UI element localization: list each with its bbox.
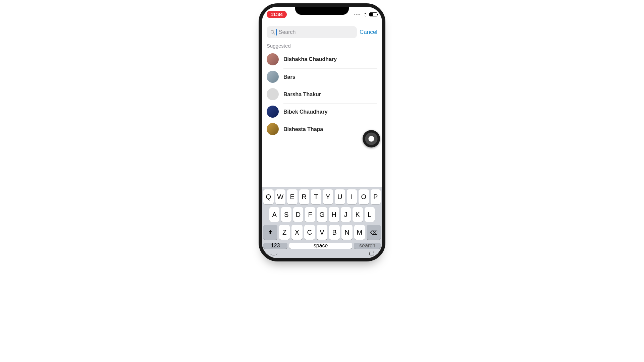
search-action-key[interactable]: search: [354, 243, 381, 249]
search-icon: [270, 29, 275, 35]
contact-name: Bishakha Chaudhary: [283, 51, 377, 68]
backspace-icon: [370, 230, 377, 235]
key-x[interactable]: X: [291, 225, 302, 240]
key-t[interactable]: T: [311, 189, 321, 204]
phone-frame: 11:34 Cancel Suggested Bishakha Chaudhar…: [259, 3, 385, 261]
key-d[interactable]: D: [293, 207, 303, 222]
key-u[interactable]: U: [335, 189, 345, 204]
dictation-icon[interactable]: [369, 251, 374, 255]
battery-icon: [369, 12, 377, 16]
key-c[interactable]: C: [304, 225, 315, 240]
shift-icon: [267, 229, 273, 235]
key-r[interactable]: R: [299, 189, 310, 204]
delete-key[interactable]: [367, 225, 381, 240]
contact-list: Bishakha ChaudharyBarsBarsha ThakurBibek…: [262, 51, 382, 138]
suggested-header: Suggested: [262, 41, 382, 51]
key-w[interactable]: W: [275, 189, 286, 204]
contact-row[interactable]: Bibek Chaudhary: [262, 103, 382, 120]
cancel-button[interactable]: Cancel: [360, 29, 377, 36]
keyboard: QWERTYUIOP ASDFGHJKL ZXCVBNM 123 space s…: [262, 187, 382, 258]
emoji-key-icon[interactable]: [270, 251, 277, 255]
key-e[interactable]: E: [287, 189, 298, 204]
key-v[interactable]: V: [317, 225, 327, 240]
contact-name: Barsha Thakur: [283, 86, 377, 103]
contact-row[interactable]: Barsha Thakur: [262, 85, 382, 103]
space-key[interactable]: space: [289, 243, 352, 249]
search-row: Cancel: [262, 20, 382, 41]
avatar: [267, 123, 279, 135]
key-p[interactable]: P: [371, 189, 381, 204]
assistive-touch-button[interactable]: [363, 130, 380, 147]
notch: [295, 7, 349, 15]
cell-signal-icon: [354, 14, 360, 15]
key-b[interactable]: B: [329, 225, 340, 240]
search-input[interactable]: [279, 29, 354, 35]
contact-row[interactable]: Bars: [262, 68, 382, 85]
key-l[interactable]: L: [365, 207, 375, 222]
key-y[interactable]: Y: [323, 189, 333, 204]
contact-row[interactable]: Bishakha Chaudhary: [262, 51, 382, 68]
key-k[interactable]: K: [353, 207, 363, 222]
svg-line-1: [273, 33, 275, 34]
key-j[interactable]: J: [341, 207, 351, 222]
key-s[interactable]: S: [281, 207, 291, 222]
wifi-icon: [363, 12, 368, 16]
key-h[interactable]: H: [329, 207, 339, 222]
key-g[interactable]: G: [317, 207, 327, 222]
key-o[interactable]: O: [359, 189, 369, 204]
text-cursor: [276, 29, 277, 36]
key-a[interactable]: A: [269, 207, 279, 222]
contact-name: Bars: [283, 68, 377, 85]
key-i[interactable]: I: [347, 189, 357, 204]
key-m[interactable]: M: [354, 225, 365, 240]
avatar: [267, 88, 279, 100]
key-z[interactable]: Z: [279, 225, 290, 240]
contact-name: Bibek Chaudhary: [283, 103, 377, 120]
shift-key[interactable]: [263, 225, 277, 240]
avatar: [267, 106, 279, 118]
status-time-recording[interactable]: 11:34: [267, 11, 287, 18]
avatar: [267, 53, 279, 65]
key-n[interactable]: N: [341, 225, 352, 240]
key-q[interactable]: Q: [263, 189, 274, 204]
search-field[interactable]: [267, 26, 357, 38]
key-f[interactable]: F: [305, 207, 315, 222]
numeric-key[interactable]: 123: [263, 243, 287, 249]
avatar: [267, 71, 279, 83]
